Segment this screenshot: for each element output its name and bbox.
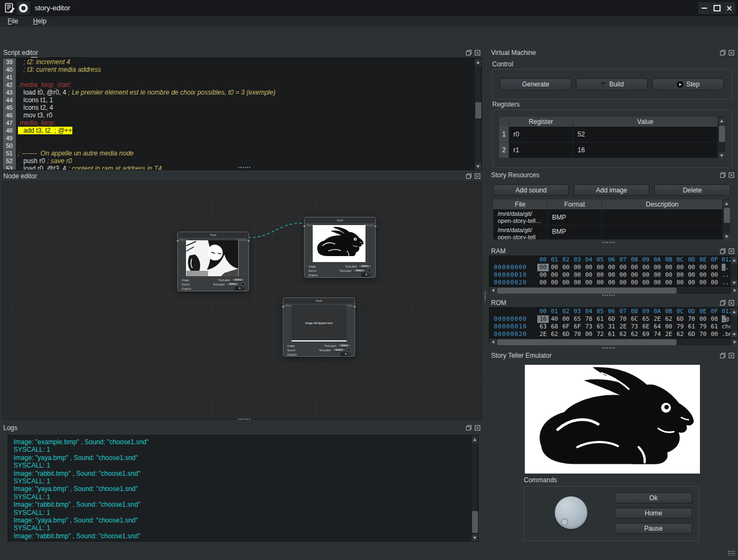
hex-byte[interactable]: 00 bbox=[560, 279, 572, 287]
hex-byte[interactable]: 69 bbox=[640, 331, 652, 338]
hex-byte[interactable]: 00 bbox=[583, 264, 594, 271]
hex-byte[interactable]: 2E bbox=[652, 315, 663, 323]
hex-byte[interactable]: 00 bbox=[674, 271, 686, 279]
scroll-down-arrow[interactable] bbox=[723, 233, 730, 240]
hex-byte[interactable]: 2E bbox=[617, 323, 629, 331]
close-dock-icon[interactable] bbox=[474, 49, 481, 56]
port-in-connector[interactable] bbox=[176, 239, 179, 242]
hex-byte[interactable]: 6E bbox=[640, 323, 652, 331]
hex-byte[interactable]: 00 bbox=[549, 264, 560, 271]
close-dock-icon[interactable] bbox=[728, 352, 735, 359]
hex-byte[interactable]: 65 bbox=[572, 315, 583, 323]
hex-byte[interactable]: 79 bbox=[674, 323, 686, 331]
hex-byte[interactable]: 61 bbox=[594, 315, 606, 323]
hex-byte[interactable]: 00 bbox=[572, 264, 583, 271]
outputs-spinbox[interactable]: 4 bbox=[361, 273, 368, 277]
resource-row[interactable]: /mnt/data/git/open-story-tell… BMP bbox=[493, 209, 723, 226]
select-image-button[interactable]: Select bbox=[338, 344, 351, 347]
hex-byte[interactable]: 62 bbox=[663, 315, 674, 323]
play-sound-button[interactable] bbox=[241, 282, 245, 286]
scroll-left-arrow[interactable] bbox=[489, 339, 497, 346]
play-sound-button[interactable] bbox=[368, 269, 371, 272]
hex-byte[interactable]: 00 bbox=[663, 271, 674, 279]
hex-byte[interactable]: 00 bbox=[629, 271, 640, 279]
hex-byte[interactable]: 00 bbox=[537, 271, 549, 279]
hex-byte[interactable]: 6D bbox=[674, 315, 686, 323]
close-dock-icon[interactable] bbox=[728, 248, 735, 254]
hex-byte[interactable]: 00 bbox=[640, 279, 652, 287]
hex-byte[interactable]: 00 bbox=[560, 264, 572, 271]
float-dock-icon[interactable] bbox=[720, 49, 726, 56]
home-button[interactable]: Home bbox=[615, 508, 692, 519]
window-resize-grip[interactable] bbox=[728, 550, 735, 556]
hex-byte[interactable]: 62 bbox=[617, 331, 629, 338]
hex-byte[interactable]: 73 bbox=[583, 323, 594, 331]
hex-byte[interactable]: 6D bbox=[560, 331, 572, 338]
scroll-down-arrow[interactable] bbox=[475, 163, 482, 170]
maximize-button[interactable] bbox=[711, 2, 723, 14]
hex-byte[interactable]: 00 bbox=[686, 264, 697, 271]
float-dock-icon[interactable] bbox=[466, 425, 472, 431]
resources-vscrollbar[interactable] bbox=[723, 200, 730, 240]
hex-byte[interactable]: 00 bbox=[537, 264, 549, 271]
select-image-button[interactable]: Select bbox=[358, 264, 371, 268]
port-in-connector[interactable] bbox=[303, 225, 306, 228]
hex-byte[interactable]: 00 bbox=[606, 264, 617, 271]
scroll-down-arrow[interactable] bbox=[718, 152, 725, 159]
hex-byte[interactable]: 74 bbox=[652, 331, 663, 338]
media-node-2[interactable]: Node Port In Port Out Image TextLabel Se… bbox=[304, 217, 376, 278]
hex-byte[interactable]: 79 bbox=[697, 323, 709, 331]
hex-byte[interactable]: 00 bbox=[560, 271, 572, 279]
play-sound-button[interactable] bbox=[347, 348, 351, 352]
scroll-up-arrow[interactable] bbox=[718, 117, 725, 125]
generate-button[interactable]: Generate bbox=[500, 78, 572, 90]
hex-byte[interactable]: 00 bbox=[572, 271, 583, 279]
hex-byte[interactable]: 40 bbox=[549, 315, 560, 323]
scroll-down-arrow[interactable] bbox=[731, 279, 738, 287]
float-dock-icon[interactable] bbox=[466, 173, 472, 179]
hex-byte[interactable]: 00 bbox=[537, 279, 549, 287]
hex-byte[interactable]: 00 bbox=[709, 279, 720, 287]
minimize-button[interactable] bbox=[698, 2, 710, 14]
hex-byte[interactable]: 61 bbox=[709, 323, 720, 331]
select-sound-button[interactable]: Select bbox=[332, 348, 345, 352]
float-dock-icon[interactable] bbox=[720, 352, 726, 359]
node-editor-canvas[interactable]: Node Port In Port Out Image TextLabel Se… bbox=[2, 181, 482, 420]
register-row[interactable]: 1 r0 52 bbox=[499, 127, 718, 142]
menu-help[interactable]: Help bbox=[33, 16, 47, 27]
close-dock-icon[interactable] bbox=[474, 425, 481, 431]
scroll-up-arrow[interactable] bbox=[731, 308, 738, 315]
port-in-connector[interactable] bbox=[282, 305, 285, 308]
hex-byte[interactable]: 61 bbox=[686, 323, 697, 331]
hex-byte[interactable]: 2E bbox=[537, 331, 549, 338]
hex-byte[interactable]: 00 bbox=[629, 279, 640, 287]
hex-byte[interactable]: 00 bbox=[697, 315, 709, 323]
splitter-handle[interactable] bbox=[238, 418, 251, 421]
hex-byte[interactable]: 73 bbox=[629, 323, 640, 331]
hex-byte[interactable]: 64 bbox=[652, 323, 663, 331]
hex-byte[interactable]: 2E bbox=[663, 331, 674, 338]
scroll-down-arrow[interactable] bbox=[472, 534, 479, 542]
delete-button[interactable]: Delete bbox=[654, 184, 730, 196]
scroll-thumb[interactable] bbox=[497, 288, 677, 294]
rom-hex-view[interactable]: 000102030405060708090A0B0C0D0E0F01200000… bbox=[489, 307, 738, 338]
hex-byte[interactable]: 00 bbox=[663, 323, 674, 331]
hex-byte[interactable]: 00 bbox=[594, 264, 606, 271]
scroll-left-arrow[interactable] bbox=[489, 287, 497, 294]
hex-byte[interactable]: 00 bbox=[674, 279, 686, 287]
hex-byte[interactable]: 6D bbox=[686, 331, 697, 338]
hex-byte[interactable]: 00 bbox=[652, 264, 663, 271]
hex-byte[interactable]: 00 bbox=[686, 271, 697, 279]
hex-byte[interactable]: 63 bbox=[537, 323, 549, 331]
hex-byte[interactable]: 31 bbox=[606, 323, 617, 331]
menu-file[interactable]: File bbox=[8, 16, 18, 27]
float-dock-icon[interactable] bbox=[720, 172, 726, 178]
scroll-thumb[interactable] bbox=[724, 208, 730, 223]
logs-vscrollbar[interactable] bbox=[471, 435, 478, 541]
log-output[interactable]: Image: "example.bmp" , Sound: "choose1.s… bbox=[8, 435, 479, 542]
hex-byte[interactable]: 00 bbox=[697, 279, 709, 287]
hex-byte[interactable]: 00 bbox=[697, 264, 709, 271]
scroll-thumb[interactable] bbox=[475, 102, 481, 119]
build-button[interactable]: Build bbox=[576, 78, 648, 90]
scroll-up-arrow[interactable] bbox=[472, 436, 479, 443]
